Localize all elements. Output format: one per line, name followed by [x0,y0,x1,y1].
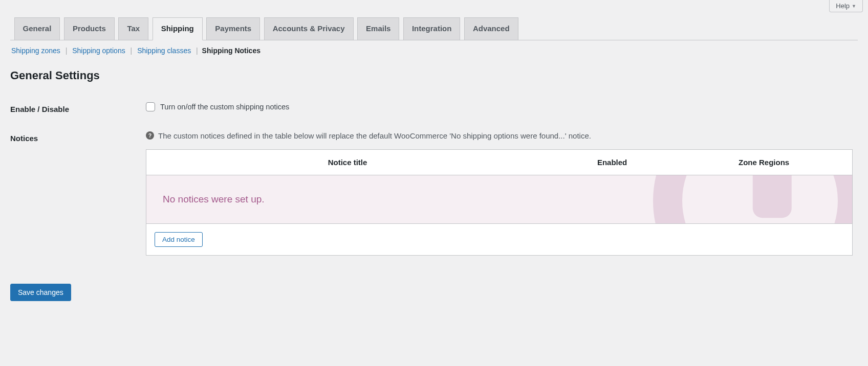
separator: | [196,47,198,55]
row-label-enable: Enable / Disable [10,95,141,124]
separator: | [131,47,133,55]
col-header-title: Notice title [146,158,549,167]
empty-message: No notices were set up. [163,194,836,205]
tab-integration[interactable]: Integration [403,17,461,40]
separator: | [66,47,68,55]
subtab-shipping-classes[interactable]: Shipping classes [136,47,192,55]
tab-shipping[interactable]: Shipping [153,17,203,40]
settings-tabs: General Products Tax Shipping Payments A… [10,12,858,40]
notices-table: Notice title Enabled Zone Regions No not… [146,149,853,256]
subtab-shipping-options[interactable]: Shipping options [71,47,126,55]
tab-emails[interactable]: Emails [357,17,399,40]
tab-tax[interactable]: Tax [118,17,148,40]
chevron-down-icon: ▼ [852,4,856,9]
tab-advanced[interactable]: Advanced [464,17,518,40]
save-changes-button[interactable]: Save changes [10,284,71,301]
subtab-shipping-zones[interactable]: Shipping zones [10,47,61,55]
tab-accounts-privacy[interactable]: Accounts & Privacy [264,17,354,40]
col-header-zone: Zone Regions [676,158,852,167]
help-tab[interactable]: Help ▼ [829,0,863,12]
tab-products[interactable]: Products [64,17,115,40]
section-title: General Settings [10,69,858,82]
shipping-subtabs: Shipping zones | Shipping options | Ship… [10,47,858,55]
row-label-notices: Notices [10,124,141,263]
enable-checkbox[interactable] [146,102,155,111]
help-icon[interactable]: ? [146,131,154,140]
tab-general[interactable]: General [14,17,60,40]
tab-payments[interactable]: Payments [206,17,260,40]
enable-checkbox-row[interactable]: Turn on/off the custom shipping notices [146,102,853,111]
enable-checkbox-label: Turn on/off the custom shipping notices [160,103,289,111]
empty-state-row: No notices were set up. [146,175,852,224]
col-header-enabled: Enabled [549,158,676,167]
notices-description: The custom notices defined in the table … [158,131,591,140]
add-notice-button[interactable]: Add notice [155,232,203,247]
subtab-shipping-notices[interactable]: Shipping Notices [202,47,261,55]
help-tab-label: Help [836,2,850,10]
